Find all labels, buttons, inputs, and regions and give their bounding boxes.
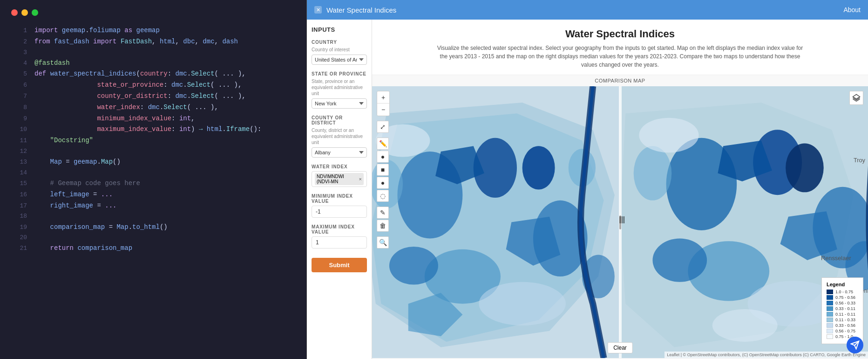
maximize-button[interactable] <box>32 9 38 16</box>
map-container[interactable]: Troy Rensselaer East Greenbush + − ⤢ <box>372 86 868 358</box>
inputs-title: INPUTS <box>312 26 367 33</box>
water-index-section: WATER INDEX NDVIMNDWI (NDVI-MN × <box>312 164 367 187</box>
legend-item-8: 0.56 - 0.75 <box>827 329 858 333</box>
county-select[interactable]: Albany Bronx <box>312 147 367 158</box>
code-token: foliumap <box>89 27 121 34</box>
code-tokens: # Geemap code goes here <box>34 178 140 189</box>
map-splitter[interactable]: ||| <box>619 86 622 358</box>
code-line: 13 Map = geemap.Map() <box>14 157 306 168</box>
draw-circle-button[interactable]: ● <box>377 151 389 163</box>
code-line: 14 <box>14 168 306 178</box>
fab-button[interactable] <box>847 337 863 353</box>
code-line: 11 "Docstring" <box>14 135 306 146</box>
code-token <box>34 104 97 111</box>
code-token: dmc <box>171 81 183 89</box>
draw-line-button[interactable]: ✏️ <box>377 138 389 150</box>
legend-color-7 <box>827 323 833 328</box>
code-line: 18 <box>14 211 306 221</box>
code-token <box>34 92 97 100</box>
code-token: ( ... ), <box>210 81 242 89</box>
code-token <box>34 81 97 89</box>
draw-polygon-button[interactable]: ◌ <box>377 190 389 202</box>
edit-button[interactable]: ✎ <box>377 207 389 219</box>
minimize-button[interactable] <box>21 9 28 16</box>
line-number: 2 <box>14 37 27 47</box>
country-select[interactable]: United States of Americ <box>312 55 367 65</box>
svg-point-33 <box>712 309 778 342</box>
code-token: : <box>171 125 179 133</box>
line-number: 21 <box>14 243 27 254</box>
zoom-out-button[interactable]: − <box>377 104 389 116</box>
line-number: 11 <box>14 136 27 146</box>
legend-item-6: 0.11 - 0.33 <box>827 318 858 322</box>
line-number: 17 <box>14 201 27 211</box>
window-controls <box>9 9 306 16</box>
code-token: Map <box>116 223 128 231</box>
svg-point-32 <box>639 118 698 153</box>
legend-item-2: 0.75 - 0.56 <box>827 295 858 300</box>
code-token: Iframe <box>226 125 250 133</box>
county-sublabel: County, district or an equivalent admini… <box>312 127 367 145</box>
svg-point-25 <box>786 143 824 192</box>
max-value-input[interactable] <box>312 236 367 249</box>
code-token: (): <box>250 125 261 133</box>
legend-label-5: 0.11 - 0.11 <box>835 312 855 317</box>
code-token: Select <box>191 92 214 100</box>
content-description: Visualize the selected water spectral in… <box>434 44 807 69</box>
water-index-container[interactable]: NDVIMNDWI (NDVI-MN × <box>312 171 367 187</box>
code-token: dmc <box>148 104 160 111</box>
about-link[interactable]: About <box>843 6 861 14</box>
legend-label-2: 0.75 - 0.56 <box>835 295 855 300</box>
code-token: "Docstring" <box>50 137 93 144</box>
line-number: 20 <box>14 233 27 243</box>
line-number: 13 <box>14 157 27 167</box>
code-token: geemap <box>74 158 97 166</box>
code-token: int <box>179 115 191 122</box>
code-line: 21 return comparison_map <box>14 243 306 254</box>
code-token: ( ... ), <box>215 92 246 100</box>
code-token: html <box>207 125 223 133</box>
legend-title: Legend <box>827 282 858 287</box>
legend-label-6: 0.11 - 0.33 <box>835 318 855 322</box>
code-token: geemap <box>62 27 85 34</box>
submit-button[interactable]: Submit <box>312 258 367 272</box>
state-select[interactable]: New York California <box>312 98 367 109</box>
code-tokens: import geemap.foliumap as geemap <box>34 25 160 36</box>
delete-button[interactable]: 🗑 <box>377 220 389 232</box>
code-tokens: return comparison_map <box>34 243 132 254</box>
legend-label-4: 0.33 - 0.11 <box>835 306 855 311</box>
code-token: county_or_district <box>97 92 167 100</box>
code-token: : <box>163 81 171 89</box>
app-close-icon[interactable]: ✕ <box>314 6 322 14</box>
legend-label-7: 0.33 - 0.56 <box>835 323 855 328</box>
county-label: COUNTY OR DISTRICT <box>312 115 367 125</box>
legend-label-3: 0.56 - 0.33 <box>835 301 855 305</box>
code-token: = <box>93 202 105 209</box>
code-token: : <box>171 115 179 122</box>
min-value-input[interactable] <box>312 206 367 218</box>
search-location-button[interactable]: 🔍 <box>377 236 389 249</box>
layers-button[interactable] <box>849 91 863 105</box>
bottom-bar: Clear <box>607 342 633 353</box>
clear-button[interactable]: Clear <box>607 342 633 353</box>
zoom-in-button[interactable]: + <box>377 91 389 104</box>
code-token: , <box>195 38 203 45</box>
code-token: , <box>215 38 223 45</box>
legend-item-5: 0.11 - 0.11 <box>827 312 858 317</box>
code-line: 12 <box>14 146 306 157</box>
draw-square-button[interactable]: ■ <box>377 164 389 176</box>
close-button[interactable] <box>11 9 18 16</box>
legend-color-9 <box>827 334 833 339</box>
legend-color-8 <box>827 329 833 333</box>
code-token: state_or_province <box>97 81 163 89</box>
code-token <box>34 191 50 198</box>
code-token: , <box>176 38 183 45</box>
line-number: 10 <box>14 124 27 135</box>
draw-point-button[interactable]: ● <box>377 177 389 189</box>
fullscreen-button[interactable]: ⤢ <box>377 121 389 133</box>
line-number: 4 <box>14 58 27 69</box>
water-index-tag-close[interactable]: × <box>359 176 362 182</box>
code-token: () <box>160 223 168 231</box>
svg-point-9 <box>522 146 555 189</box>
code-token <box>203 125 206 133</box>
